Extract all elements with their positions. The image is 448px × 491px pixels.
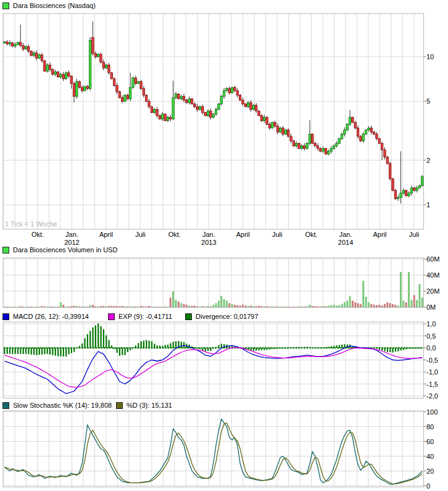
stochastic-series [4,419,422,485]
stoch-grid: 100806040200 [3,408,438,490]
macd-legend-item: MACD (26, 12): -0,39914 [2,312,89,321]
stoch-k-legend-item: Slow Stochastic %K (14): 19,808 [2,401,112,410]
stochastic-panel-legend: Slow Stochastic %K (14): 19,808 %D (3): … [0,401,448,410]
volume-panel-legend: Dara Biosciences Volumen in USD [2,246,117,254]
svg-text:2014: 2014 [338,239,353,246]
stoch-k-legend-label: Slow Stochastic %K (14): 19,808 [13,402,112,409]
price-panel-legend: Dara Biosciences (Nasdaq) [2,1,96,10]
svg-text:April: April [373,231,386,238]
stoch-d-series-swatch-icon [116,402,123,409]
macd-grid: 1,00,50,0-0,5-1,0-1,5-2,0 [3,320,438,400]
svg-text:0: 0 [426,482,430,490]
svg-text:2: 2 [426,157,430,164]
svg-text:20: 20 [426,468,434,475]
volume-series-swatch-icon [2,247,9,254]
stoch-k-series-swatch-icon [2,402,9,409]
svg-text:40M: 40M [426,271,439,279]
svg-text:Juli: Juli [409,231,420,238]
price-series-swatch-icon [2,2,9,9]
svg-text:60M: 60M [426,255,439,263]
svg-text:0,0: 0,0 [426,344,436,352]
price-x-axis-labels: Okt.Jan.2012AprilJuliOkt.Jan.2013AprilJu… [31,231,419,246]
svg-text:April: April [99,231,113,238]
svg-text:Jan.: Jan. [339,231,352,238]
svg-text:-1,5: -1,5 [426,381,438,388]
stoch-d-legend-item: %D (3): 15,131 [116,401,172,410]
divergence-legend-label: Divergence: 0,01797 [196,313,259,320]
tick-interval-note: 1 Tick = 1 Woche [5,220,57,228]
svg-text:Okt.: Okt. [305,231,318,238]
svg-text:-0,5: -0,5 [426,357,438,364]
svg-text:0M: 0M [426,303,436,311]
macd-legend-label: MACD (26, 12): -0,39914 [13,313,89,320]
svg-text:1: 1 [426,201,430,208]
stoch-d-legend-label: %D (3): 15,131 [127,402,172,409]
price-panel-title: Dara Biosciences (Nasdaq) [13,2,96,9]
svg-text:60: 60 [426,438,434,445]
svg-text:0,5: 0,5 [426,332,436,340]
svg-text:April: April [236,231,250,238]
exp-legend-item: EXP (9): -0,41711 [108,312,172,321]
macd-series [4,323,423,394]
svg-text:Juli: Juli [272,231,283,238]
svg-text:Okt.: Okt. [168,231,181,238]
svg-text:20M: 20M [426,287,439,295]
divergence-legend-item: Divergence: 0,01797 [185,312,259,321]
volume-panel-title: Dara Biosciences Volumen in USD [13,246,117,254]
svg-text:40: 40 [426,453,434,460]
volume-bar-series [4,272,423,308]
svg-text:Okt.: Okt. [31,231,44,238]
svg-text:-2,0: -2,0 [426,392,438,400]
candlestick-series [4,22,423,204]
svg-text:1,0: 1,0 [426,320,436,328]
svg-text:10: 10 [426,53,434,60]
macd-series-swatch-icon [2,313,9,320]
macd-panel-legend: MACD (26, 12): -0,39914 EXP (9): -0,4171… [0,312,448,321]
divergence-series-swatch-icon [185,313,192,320]
svg-text:-1,0: -1,0 [426,368,438,376]
svg-text:Juli: Juli [135,231,146,238]
exp-series-swatch-icon [108,313,115,320]
stock-chart-dara-biosciences: 1052160M40M20M0M1,00,50,0-0,5-1,0-1,5-2,… [0,0,448,491]
svg-text:Jan.: Jan. [202,231,215,238]
svg-text:Jan.: Jan. [65,231,78,238]
exp-legend-label: EXP (9): -0,41711 [118,313,172,320]
svg-text:2013: 2013 [201,239,216,246]
price-grid: 10521 [3,14,434,229]
svg-text:80: 80 [426,423,434,431]
svg-text:5: 5 [426,97,430,105]
